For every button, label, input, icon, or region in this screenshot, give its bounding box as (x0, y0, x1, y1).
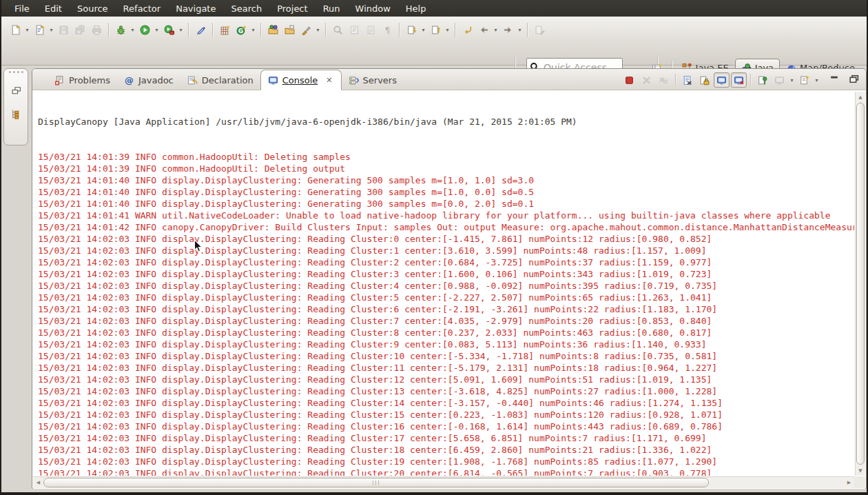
pin-console-button[interactable] (754, 72, 770, 88)
show-whitespace-button: ¶ (379, 21, 395, 38)
menu-edit[interactable]: Edit (37, 1, 70, 16)
run-history-dropdown[interactable]: ▾ (177, 27, 185, 33)
save-all-button (72, 21, 88, 38)
console-line: 15/03/21 14:02:03 INFO display.DisplayCl… (38, 397, 854, 409)
console-output[interactable]: DisplayCanopy [Java Application] /usr/li… (33, 91, 854, 476)
scroll-lock-icon (699, 75, 710, 85)
scroll-left-arrow[interactable]: ◀ (33, 477, 43, 488)
remove-all-terminated-button (656, 72, 672, 88)
drag-handle[interactable] (4, 69, 28, 76)
show-stderr-button[interactable] (731, 72, 747, 88)
tab-console[interactable]: Console✕ (260, 70, 342, 90)
new-module-button[interactable]: G (233, 21, 249, 38)
toolbar-separator (212, 23, 213, 37)
menu-run[interactable]: Run (316, 1, 348, 16)
console-line: 15/03/21 14:01:42 INFO canopy.CanopyDriv… (38, 221, 854, 233)
scroll-right-arrow[interactable]: ▶ (844, 477, 854, 488)
tab-servers[interactable]: Servers (342, 70, 404, 90)
open-resource-button[interactable] (281, 21, 298, 38)
new-button[interactable] (7, 21, 23, 38)
menu-project[interactable]: Project (269, 1, 315, 16)
format-button[interactable] (298, 21, 314, 38)
open-type-icon (268, 25, 278, 35)
tab-label: Javadoc (138, 75, 174, 85)
svg-text:¶: ¶ (384, 25, 390, 35)
minimize-view-button[interactable] (829, 73, 840, 84)
new-wizard-button[interactable] (31, 21, 48, 38)
open-console-button[interactable] (796, 72, 812, 88)
tab-problems[interactable]: Problems (48, 70, 117, 90)
scroll-down-arrow[interactable]: ▼ (856, 465, 865, 476)
scroll-up-arrow[interactable]: ▲ (856, 92, 865, 102)
horizontal-scroll-thumb[interactable] (43, 478, 709, 487)
console-line: 15/03/21 14:02:03 INFO display.DisplayCl… (38, 432, 854, 444)
console-line: 15/03/21 14:02:03 INFO display.DisplayCl… (38, 256, 854, 268)
remove-launch-icon (641, 75, 652, 85)
restore-views-button[interactable] (7, 81, 25, 99)
show-stdout-button[interactable] (714, 72, 730, 88)
console-line: 15/03/21 14:01:40 INFO display.DisplayCl… (38, 174, 854, 186)
previous-annotation-dropdown[interactable]: ▾ (444, 27, 451, 33)
tab-close-icon[interactable]: ✕ (324, 76, 333, 85)
console-line: 15/03/21 14:01:40 INFO display.DisplayCl… (38, 186, 854, 198)
terminate-button[interactable] (621, 72, 637, 88)
tab-label: Problems (69, 75, 110, 85)
tab-javadoc-icon: @ (124, 75, 134, 85)
vertical-scroll-thumb[interactable] (856, 103, 865, 465)
format-dropdown[interactable]: ▾ (314, 27, 322, 33)
menu-help[interactable]: Help (398, 1, 434, 16)
tab-declaration[interactable]: Declaration (180, 70, 260, 90)
forward-button[interactable] (499, 21, 516, 38)
back-button[interactable] (475, 21, 492, 38)
tab-javadoc[interactable]: @Javadoc (117, 70, 180, 90)
menu-refactor[interactable]: Refactor (116, 1, 169, 16)
new-module-icon: G (236, 25, 247, 35)
package-explorer-button[interactable] (7, 105, 25, 123)
new-module-dropdown[interactable]: ▾ (249, 27, 257, 33)
remove-all-terminated-icon (659, 75, 669, 85)
run-dropdown[interactable]: ▾ (153, 27, 161, 33)
tab-label: Declaration (202, 75, 254, 85)
tab-label: Console (282, 75, 318, 85)
restore-view-button[interactable] (848, 73, 859, 84)
format-icon (301, 25, 311, 35)
next-annotation-dropdown[interactable]: ▾ (420, 27, 427, 33)
new-java-project-button[interactable] (216, 21, 233, 38)
debug-dropdown[interactable]: ▾ (129, 27, 136, 33)
open-console-icon (799, 75, 809, 85)
view-window-buttons (829, 73, 859, 84)
last-edit-location-button[interactable] (459, 21, 475, 38)
console-line: 15/03/21 14:02:03 INFO display.DisplayCl… (38, 362, 854, 374)
forward-dropdown[interactable]: ▾ (516, 27, 524, 33)
run-button[interactable] (136, 21, 153, 38)
console-line: 15/03/21 14:02:03 INFO display.DisplayCl… (38, 421, 854, 432)
next-annotation-button[interactable] (403, 21, 420, 38)
mark-occurrences-icon (196, 25, 206, 35)
scroll-lock-button[interactable] (696, 72, 712, 88)
open-type-button[interactable] (265, 21, 281, 38)
forward-icon (503, 25, 513, 35)
back-dropdown[interactable]: ▾ (492, 27, 499, 33)
horizontal-scrollbar[interactable]: ◀ ▶ (33, 476, 854, 488)
new-icon (10, 25, 21, 35)
main-toolbar: ▾▾▾▾▾G▾▾¶▾▾▾▾ (7, 20, 548, 39)
menu-navigate[interactable]: Navigate (168, 1, 223, 16)
open-console-dropdown[interactable]: ▾ (813, 77, 820, 83)
console-line: 15/03/21 14:02:03 INFO display.DisplayCl… (38, 350, 854, 362)
console-line: 15/03/21 14:01:41 WARN util.NativeCodeLo… (38, 210, 854, 221)
console-line: 15/03/21 14:02:03 INFO display.DisplayCl… (38, 303, 854, 315)
previous-annotation-button[interactable] (427, 21, 444, 38)
mark-occurrences-button[interactable] (192, 21, 209, 38)
display-console-dropdown[interactable]: ▾ (788, 77, 796, 83)
clear-console-button[interactable] (679, 72, 695, 88)
vertical-scrollbar[interactable]: ▲ ▼ (855, 92, 865, 476)
menu-file[interactable]: File (7, 1, 37, 16)
new-wizard-dropdown[interactable]: ▾ (48, 27, 55, 33)
debug-button[interactable] (112, 21, 129, 38)
menu-source[interactable]: Source (70, 1, 116, 16)
new-dropdown[interactable]: ▾ (23, 27, 31, 33)
menu-search[interactable]: Search (223, 1, 269, 16)
run-history-button[interactable] (161, 21, 177, 38)
menu-window[interactable]: Window (348, 1, 398, 16)
externalize-strings-icon (349, 25, 360, 35)
